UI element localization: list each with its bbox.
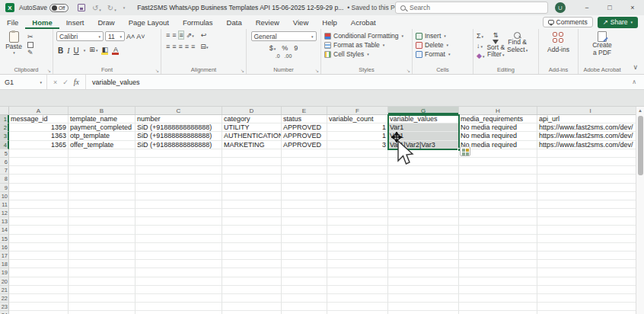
- row-header-6[interactable]: 6: [0, 158, 9, 166]
- row-header-16[interactable]: 16: [0, 243, 9, 252]
- cell-G10[interactable]: [388, 192, 459, 200]
- align-bottom-button[interactable]: ≡: [179, 31, 183, 39]
- cell-D14[interactable]: [222, 226, 282, 234]
- row-header-13[interactable]: 13: [0, 217, 9, 226]
- cell-D11[interactable]: [222, 200, 282, 209]
- cell-H11[interactable]: [459, 200, 537, 209]
- cell-C5[interactable]: [135, 149, 222, 158]
- cell-A2[interactable]: 1359: [9, 123, 69, 132]
- cell-I1[interactable]: api_url: [537, 115, 644, 123]
- cancel-icon[interactable]: ×: [53, 78, 57, 86]
- tab-help[interactable]: Help: [315, 15, 344, 29]
- cell-F20[interactable]: [327, 277, 388, 286]
- cell-F3[interactable]: 1: [327, 132, 388, 140]
- row-header-21[interactable]: 21: [0, 286, 9, 294]
- cell-A11[interactable]: [9, 200, 69, 209]
- cell-H14[interactable]: [459, 226, 537, 234]
- row-header-9[interactable]: 9: [0, 184, 9, 192]
- increase-indent-button[interactable]: ≡: [191, 43, 194, 50]
- cell-D9[interactable]: [222, 184, 282, 192]
- cell-C13[interactable]: [135, 217, 222, 226]
- cell-E18[interactable]: [282, 260, 327, 268]
- vertical-scrollbar[interactable]: ▲: [636, 107, 644, 314]
- decrease-decimal-button[interactable]: .00: [285, 53, 292, 59]
- format-as-table-button[interactable]: Format as Table ▾: [324, 41, 409, 49]
- cell-C20[interactable]: [135, 277, 222, 286]
- format-cells-button[interactable]: Format ▾: [416, 50, 470, 58]
- undo-button[interactable]: ↺▾: [92, 4, 101, 12]
- cell-B1[interactable]: template_name: [69, 115, 135, 123]
- cell-I14[interactable]: [537, 226, 644, 234]
- cell-D12[interactable]: [222, 209, 282, 217]
- cell-E1[interactable]: status: [282, 115, 327, 123]
- cell-A13[interactable]: [9, 217, 69, 226]
- cell-H13[interactable]: [459, 217, 537, 226]
- cell-B18[interactable]: [69, 260, 135, 268]
- cell-D20[interactable]: [222, 277, 282, 286]
- styles-dialog-launcher[interactable]: ↘: [406, 68, 410, 73]
- cell-D5[interactable]: [222, 149, 282, 158]
- cell-C1[interactable]: number: [135, 115, 222, 123]
- column-header-E[interactable]: E: [282, 107, 327, 114]
- tab-review[interactable]: Review: [249, 15, 286, 29]
- cell-I12[interactable]: [537, 209, 644, 217]
- name-box[interactable]: G1 ▾: [0, 75, 47, 89]
- row-header-11[interactable]: 11: [0, 200, 9, 209]
- cell-H21[interactable]: [459, 286, 537, 294]
- cell-D22[interactable]: [222, 294, 282, 303]
- search-input[interactable]: Search: [395, 2, 548, 14]
- merge-center-button[interactable]: ⊟▾: [200, 43, 207, 50]
- column-header-H[interactable]: H: [459, 107, 537, 114]
- tab-data[interactable]: Data: [220, 15, 249, 29]
- cell-H17[interactable]: [459, 252, 537, 260]
- cell-C2[interactable]: SiD (+91888888888888): [135, 123, 222, 132]
- cell-C23[interactable]: [135, 303, 222, 311]
- cell-G24[interactable]: [388, 311, 459, 314]
- cell-I24[interactable]: [537, 311, 644, 314]
- cell-C24[interactable]: [135, 311, 222, 314]
- cell-H18[interactable]: [459, 260, 537, 268]
- row-header-12[interactable]: 12: [0, 209, 9, 217]
- row-header-8[interactable]: 8: [0, 175, 9, 183]
- cell-E24[interactable]: [282, 311, 327, 314]
- cell-F6[interactable]: [327, 158, 388, 166]
- cell-D1[interactable]: category: [222, 115, 282, 123]
- tab-draw[interactable]: Draw: [91, 15, 121, 29]
- comments-button[interactable]: Comments: [543, 17, 593, 27]
- cell-C21[interactable]: [135, 286, 222, 294]
- cell-A14[interactable]: [9, 226, 69, 234]
- cell-I2[interactable]: https://www.fast2sms.com/dev/: [537, 123, 644, 132]
- cell-D8[interactable]: [222, 175, 282, 183]
- cell-E21[interactable]: [282, 286, 327, 294]
- align-right-button[interactable]: ≡: [179, 43, 182, 50]
- cell-G8[interactable]: [388, 175, 459, 183]
- cell-F1[interactable]: variable_count: [327, 115, 388, 123]
- italic-button[interactable]: I: [67, 46, 69, 55]
- cell-C14[interactable]: [135, 226, 222, 234]
- cell-C7[interactable]: [135, 166, 222, 175]
- cell-B5[interactable]: [69, 149, 135, 158]
- row-header-19[interactable]: 19: [0, 268, 9, 277]
- cell-E4[interactable]: APPROVED: [282, 141, 327, 149]
- cell-C11[interactable]: [135, 200, 222, 209]
- grow-font-button[interactable]: A˄: [126, 33, 135, 40]
- cell-H1[interactable]: media_requirements: [459, 115, 537, 123]
- cell-B6[interactable]: [69, 158, 135, 166]
- number-format-select[interactable]: General ▾: [251, 31, 317, 41]
- cell-D16[interactable]: [222, 243, 282, 252]
- autosave-control[interactable]: AutoSave Off: [19, 4, 69, 12]
- tab-acrobat[interactable]: Acrobat: [344, 15, 383, 29]
- align-center-button[interactable]: ≡: [172, 43, 175, 50]
- scroll-up-icon[interactable]: ▲: [636, 107, 644, 114]
- cell-B17[interactable]: [69, 252, 135, 260]
- cell-A4[interactable]: 1365: [9, 141, 69, 149]
- cell-E9[interactable]: [282, 184, 327, 192]
- cell-A5[interactable]: [9, 149, 69, 158]
- cell-F24[interactable]: [327, 311, 388, 314]
- cell-C4[interactable]: SiD (+91888888888888): [135, 141, 222, 149]
- cell-B24[interactable]: [69, 311, 135, 314]
- row-header-23[interactable]: 23: [0, 303, 9, 311]
- paste-button[interactable]: Paste ▾: [3, 31, 24, 65]
- decrease-indent-button[interactable]: ≡: [185, 43, 188, 50]
- cell-H4[interactable]: No media required: [459, 141, 537, 149]
